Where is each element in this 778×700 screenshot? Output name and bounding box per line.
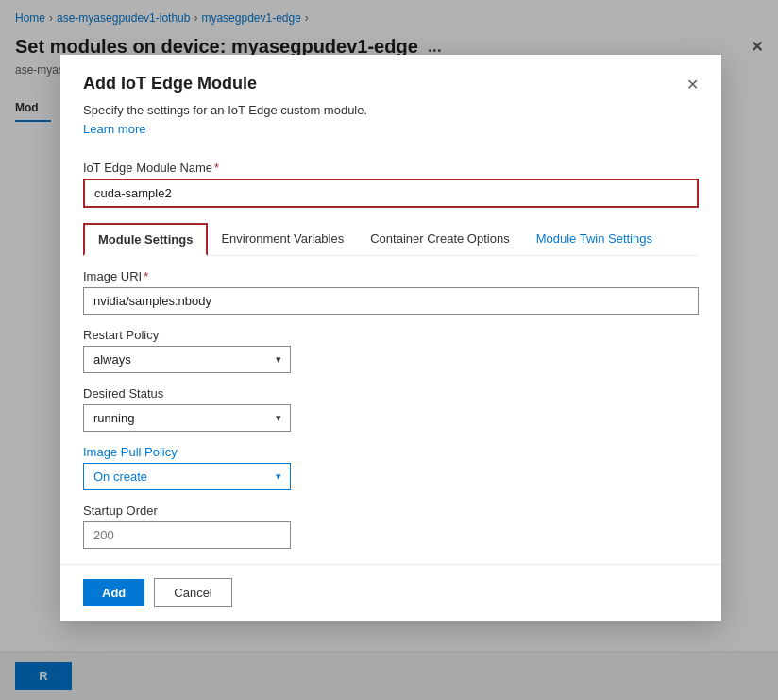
restart-policy-select[interactable]: always never on-failure on-unhealthy bbox=[83, 346, 291, 373]
module-name-required: * bbox=[214, 161, 219, 175]
desired-status-label: Desired Status bbox=[83, 386, 699, 401]
modal-close-button[interactable]: ✕ bbox=[686, 76, 699, 94]
restart-policy-wrapper: always never on-failure on-unhealthy ▾ bbox=[83, 346, 291, 373]
modal-title: Add IoT Edge Module bbox=[83, 74, 686, 94]
desired-status-select[interactable]: running stopped bbox=[83, 404, 291, 432]
desired-status-wrapper: running stopped ▾ bbox=[83, 404, 291, 432]
image-uri-input[interactable] bbox=[83, 287, 699, 315]
modal-description: Specify the settings for an IoT Edge cus… bbox=[60, 94, 721, 120]
tab-container-create-options[interactable]: Container Create Options bbox=[357, 224, 522, 255]
startup-order-input[interactable] bbox=[83, 521, 291, 549]
cancel-button[interactable]: Cancel bbox=[154, 578, 231, 607]
add-iot-module-modal: Add IoT Edge Module ✕ Specify the settin… bbox=[60, 55, 721, 621]
tab-module-twin-settings[interactable]: Module Twin Settings bbox=[523, 224, 666, 255]
module-name-label: IoT Edge Module Name* bbox=[83, 161, 699, 175]
module-name-input[interactable] bbox=[83, 179, 699, 208]
image-pull-policy-select[interactable]: On create Never bbox=[83, 463, 291, 490]
tab-environment-variables[interactable]: Environment Variables bbox=[208, 224, 357, 255]
tab-module-settings[interactable]: Module Settings bbox=[83, 223, 208, 256]
learn-more-link[interactable]: Learn more bbox=[60, 120, 721, 147]
image-uri-label: Image URI* bbox=[83, 269, 699, 283]
modal-footer: Add Cancel bbox=[60, 564, 721, 621]
startup-order-label: Startup Order bbox=[83, 504, 699, 518]
modal-body: IoT Edge Module Name* Module Settings En… bbox=[60, 161, 721, 564]
add-button[interactable]: Add bbox=[83, 579, 144, 606]
image-pull-policy-wrapper: On create Never ▾ bbox=[83, 463, 291, 490]
module-tabs: Module Settings Environment Variables Co… bbox=[83, 223, 699, 256]
image-pull-policy-label: Image Pull Policy bbox=[83, 445, 699, 459]
modal-header: Add IoT Edge Module ✕ bbox=[60, 55, 721, 94]
restart-policy-label: Restart Policy bbox=[83, 328, 699, 342]
image-uri-required: * bbox=[144, 269, 148, 283]
